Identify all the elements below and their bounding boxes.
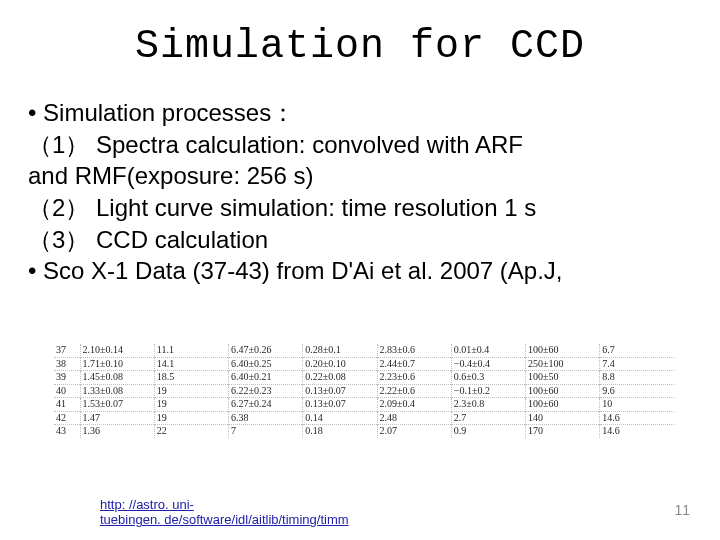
- cell: 1.36: [80, 425, 154, 438]
- cell: 0.18: [303, 425, 377, 438]
- cell: 1.33±0.08: [80, 384, 154, 398]
- cell: 6.40±0.25: [229, 357, 303, 371]
- cell: 11.1: [154, 344, 228, 357]
- row-label: 42: [54, 411, 80, 425]
- cell: 6.27±0.24: [229, 398, 303, 412]
- cell: 14.6: [600, 411, 674, 425]
- cell: 0.28±0.1: [303, 344, 377, 357]
- table-row: 39 1.45±0.08 18.5 6.40±0.21 0.22±0.08 2.…: [54, 371, 674, 385]
- cell: −0.1±0.2: [451, 384, 525, 398]
- cell: 1.53±0.07: [80, 398, 154, 412]
- step-1a: （1） Spectra calculation: convolved with …: [28, 129, 692, 161]
- cell: 6.47±0.26: [229, 344, 303, 357]
- cell: 0.13±0.07: [303, 398, 377, 412]
- row-label: 43: [54, 425, 80, 438]
- page-number: 11: [674, 502, 690, 518]
- cell: 0.14: [303, 411, 377, 425]
- cell: 19: [154, 384, 228, 398]
- cell: 100±60: [526, 384, 600, 398]
- cell: 7.4: [600, 357, 674, 371]
- cell: 2.22±0.6: [377, 384, 451, 398]
- table-row: 42 1.47 19 6.38 0.14 2.48 2.7 140 14.6: [54, 411, 674, 425]
- cell: 6.40±0.21: [229, 371, 303, 385]
- cell: 2.07: [377, 425, 451, 438]
- row-label: 37: [54, 344, 80, 357]
- data-table: 37 2.10±0.14 11.1 6.47±0.26 0.28±0.1 2.8…: [54, 344, 674, 438]
- data-table-area: 37 2.10±0.14 11.1 6.47±0.26 0.28±0.1 2.8…: [54, 344, 674, 454]
- cell: 170: [526, 425, 600, 438]
- slide-title: Simulation for CCD: [0, 0, 720, 69]
- cell: 9.6: [600, 384, 674, 398]
- cell: 100±60: [526, 398, 600, 412]
- table-row: 43 1.36 22 7 0.18 2.07 0.9 170 14.6: [54, 425, 674, 438]
- cell: 6.7: [600, 344, 674, 357]
- table-row: 38 1.71±0.10 14.1 6.40±0.25 0.20±0.10 2.…: [54, 357, 674, 371]
- table-row: 40 1.33±0.08 19 6.22±0.23 0.13±0.07 2.22…: [54, 384, 674, 398]
- cell: 14.6: [600, 425, 674, 438]
- slide: Simulation for CCD • Simulation processe…: [0, 0, 720, 540]
- cell: 1.45±0.08: [80, 371, 154, 385]
- cell: 250±100: [526, 357, 600, 371]
- cell: 1.47: [80, 411, 154, 425]
- cell: 10: [600, 398, 674, 412]
- slide-body: • Simulation processes： （1） Spectra calc…: [0, 69, 720, 287]
- table-row: 41 1.53±0.07 19 6.27±0.24 0.13±0.07 2.09…: [54, 398, 674, 412]
- step-3: （3） CCD calculation: [28, 224, 692, 256]
- cell: 2.44±0.7: [377, 357, 451, 371]
- cell: 0.20±0.10: [303, 357, 377, 371]
- cell: 140: [526, 411, 600, 425]
- cell: 0.22±0.08: [303, 371, 377, 385]
- cell: 2.10±0.14: [80, 344, 154, 357]
- cell: 0.01±0.4: [451, 344, 525, 357]
- cell: 0.6±0.3: [451, 371, 525, 385]
- cell: −0.4±0.4: [451, 357, 525, 371]
- row-label: 40: [54, 384, 80, 398]
- bullet-data: • Sco X-1 Data (37-43) from D'Ai et al. …: [28, 255, 692, 287]
- cell: 2.3±0.8: [451, 398, 525, 412]
- cell: 2.7: [451, 411, 525, 425]
- cell: 6.38: [229, 411, 303, 425]
- link-text-line1: http: //astro. uni-: [100, 497, 194, 512]
- cell: 2.83±0.6: [377, 344, 451, 357]
- link-text-line2: tuebingen. de/software/idl/aitlib/timing…: [100, 512, 349, 527]
- cell: 2.23±0.6: [377, 371, 451, 385]
- step-2: （2） Light curve simulation: time resolut…: [28, 192, 692, 224]
- cell: 100±60: [526, 344, 600, 357]
- cell: 7: [229, 425, 303, 438]
- row-label: 41: [54, 398, 80, 412]
- cell: 22: [154, 425, 228, 438]
- cell: 0.9: [451, 425, 525, 438]
- row-label: 38: [54, 357, 80, 371]
- cell: 18.5: [154, 371, 228, 385]
- cell: 8.8: [600, 371, 674, 385]
- table-row: 37 2.10±0.14 11.1 6.47±0.26 0.28±0.1 2.8…: [54, 344, 674, 357]
- bullet-processes: • Simulation processes：: [28, 97, 692, 129]
- cell: 100±50: [526, 371, 600, 385]
- cell: 19: [154, 398, 228, 412]
- cell: 6.22±0.23: [229, 384, 303, 398]
- cell: 2.09±0.4: [377, 398, 451, 412]
- cell: 19: [154, 411, 228, 425]
- footnote-link[interactable]: http: //astro. uni- tuebingen. de/softwa…: [100, 497, 349, 528]
- cell: 14.1: [154, 357, 228, 371]
- step-1b: and RMF(exposure: 256 s): [28, 160, 692, 192]
- cell: 1.71±0.10: [80, 357, 154, 371]
- row-label: 39: [54, 371, 80, 385]
- cell: 0.13±0.07: [303, 384, 377, 398]
- cell: 2.48: [377, 411, 451, 425]
